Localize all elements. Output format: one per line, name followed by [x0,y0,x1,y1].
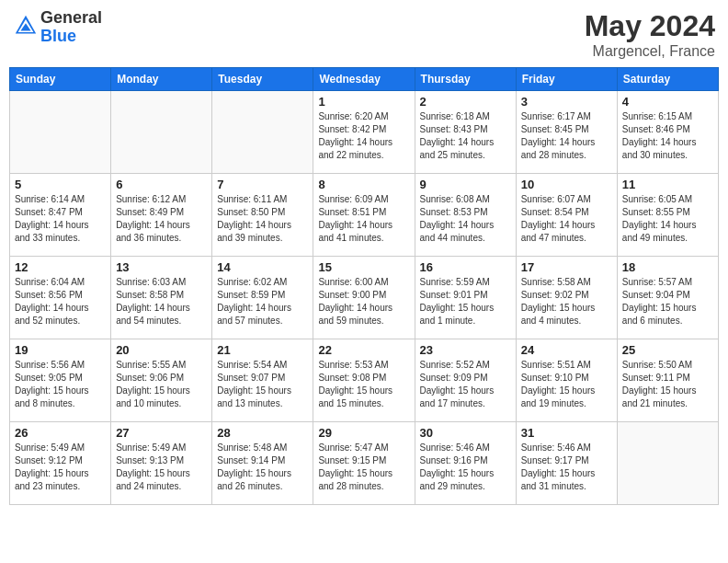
day-info: Sunrise: 5:57 AM Sunset: 9:04 PM Dayligh… [622,276,713,327]
calendar-cell: 23Sunrise: 5:52 AM Sunset: 9:09 PM Dayli… [415,339,516,422]
calendar-cell [10,91,111,174]
column-header-friday: Friday [516,68,617,91]
calendar-cell [617,422,718,505]
day-number: 16 [420,260,511,274]
day-number: 20 [116,343,207,357]
calendar-week-row: 19Sunrise: 5:56 AM Sunset: 9:05 PM Dayli… [10,339,719,422]
day-info: Sunrise: 6:07 AM Sunset: 8:54 PM Dayligh… [521,193,612,245]
calendar-cell: 13Sunrise: 6:03 AM Sunset: 8:58 PM Dayli… [111,257,212,339]
day-info: Sunrise: 6:15 AM Sunset: 8:46 PM Dayligh… [622,110,713,162]
calendar-cell: 9Sunrise: 6:08 AM Sunset: 8:53 PM Daylig… [415,174,516,257]
day-number: 2 [420,95,511,109]
day-number: 14 [217,260,308,274]
calendar-cell: 25Sunrise: 5:50 AM Sunset: 9:11 PM Dayli… [617,339,718,422]
title-block: May 2024 Margencel, France [585,9,715,60]
day-info: Sunrise: 6:04 AM Sunset: 8:56 PM Dayligh… [15,276,106,327]
day-number: 24 [521,343,612,357]
logo-text: General Blue [40,9,102,46]
day-info: Sunrise: 6:08 AM Sunset: 8:53 PM Dayligh… [420,193,511,245]
logo-blue-text: Blue [40,28,102,46]
calendar-cell: 15Sunrise: 6:00 AM Sunset: 9:00 PM Dayli… [313,257,415,339]
calendar-cell: 18Sunrise: 5:57 AM Sunset: 9:04 PM Dayli… [617,257,718,339]
calendar-cell: 31Sunrise: 5:46 AM Sunset: 9:17 PM Dayli… [516,422,617,505]
logo-general-text: General [40,9,102,28]
day-number: 18 [622,260,713,274]
day-number: 15 [318,260,409,274]
day-info: Sunrise: 5:50 AM Sunset: 9:11 PM Dayligh… [622,359,713,410]
day-number: 3 [521,95,612,109]
column-header-wednesday: Wednesday [313,68,415,91]
calendar-cell: 14Sunrise: 6:02 AM Sunset: 8:59 PM Dayli… [212,257,313,339]
column-header-thursday: Thursday [415,68,516,91]
day-number: 5 [15,178,106,191]
day-info: Sunrise: 6:02 AM Sunset: 8:59 PM Dayligh… [217,276,308,327]
day-info: Sunrise: 5:59 AM Sunset: 9:01 PM Dayligh… [420,276,511,327]
logo-icon [13,13,39,39]
calendar-cell: 7Sunrise: 6:11 AM Sunset: 8:50 PM Daylig… [212,174,313,257]
day-info: Sunrise: 6:14 AM Sunset: 8:47 PM Dayligh… [15,193,106,245]
calendar-cell: 6Sunrise: 6:12 AM Sunset: 8:49 PM Daylig… [111,174,212,257]
location-text: Margencel, France [585,43,715,60]
day-number: 23 [420,343,511,357]
day-info: Sunrise: 6:18 AM Sunset: 8:43 PM Dayligh… [420,110,511,162]
day-info: Sunrise: 5:51 AM Sunset: 9:10 PM Dayligh… [521,359,612,410]
day-number: 25 [622,343,713,357]
day-info: Sunrise: 6:20 AM Sunset: 8:42 PM Dayligh… [318,110,409,162]
day-number: 30 [420,426,511,440]
calendar-cell: 28Sunrise: 5:48 AM Sunset: 9:14 PM Dayli… [212,422,313,505]
day-info: Sunrise: 5:53 AM Sunset: 9:08 PM Dayligh… [318,359,409,410]
calendar-table: SundayMondayTuesdayWednesdayThursdayFrid… [9,67,719,505]
day-info: Sunrise: 6:12 AM Sunset: 8:49 PM Dayligh… [116,193,207,245]
calendar-week-row: 12Sunrise: 6:04 AM Sunset: 8:56 PM Dayli… [10,257,719,339]
day-number: 19 [15,343,106,357]
calendar-cell: 8Sunrise: 6:09 AM Sunset: 8:51 PM Daylig… [313,174,415,257]
day-info: Sunrise: 5:58 AM Sunset: 9:02 PM Dayligh… [521,276,612,327]
calendar-cell: 17Sunrise: 5:58 AM Sunset: 9:02 PM Dayli… [516,257,617,339]
day-info: Sunrise: 5:48 AM Sunset: 9:14 PM Dayligh… [217,442,308,493]
day-info: Sunrise: 6:05 AM Sunset: 8:55 PM Dayligh… [622,193,713,245]
column-header-monday: Monday [111,68,212,91]
day-info: Sunrise: 5:47 AM Sunset: 9:15 PM Dayligh… [318,442,409,493]
calendar-week-row: 26Sunrise: 5:49 AM Sunset: 9:12 PM Dayli… [10,422,719,505]
day-number: 8 [318,178,409,191]
day-info: Sunrise: 5:49 AM Sunset: 9:13 PM Dayligh… [116,442,207,493]
day-number: 26 [15,426,106,440]
calendar-cell: 3Sunrise: 6:17 AM Sunset: 8:45 PM Daylig… [516,91,617,174]
column-header-saturday: Saturday [617,68,718,91]
calendar-cell: 19Sunrise: 5:56 AM Sunset: 9:05 PM Dayli… [10,339,111,422]
day-info: Sunrise: 6:00 AM Sunset: 9:00 PM Dayligh… [318,276,409,327]
day-number: 17 [521,260,612,274]
day-number: 21 [217,343,308,357]
day-info: Sunrise: 5:49 AM Sunset: 9:12 PM Dayligh… [15,442,106,493]
calendar-header-row: SundayMondayTuesdayWednesdayThursdayFrid… [10,68,719,91]
calendar-cell: 5Sunrise: 6:14 AM Sunset: 8:47 PM Daylig… [10,174,111,257]
calendar-cell: 30Sunrise: 5:46 AM Sunset: 9:16 PM Dayli… [415,422,516,505]
page-header: General Blue May 2024 Margencel, France [9,9,719,60]
calendar-cell: 27Sunrise: 5:49 AM Sunset: 9:13 PM Dayli… [111,422,212,505]
day-number: 13 [116,260,207,274]
calendar-cell [212,91,313,174]
day-number: 10 [521,178,612,191]
column-header-tuesday: Tuesday [212,68,313,91]
day-info: Sunrise: 5:56 AM Sunset: 9:05 PM Dayligh… [15,359,106,410]
calendar-cell: 11Sunrise: 6:05 AM Sunset: 8:55 PM Dayli… [617,174,718,257]
calendar-cell: 29Sunrise: 5:47 AM Sunset: 9:15 PM Dayli… [313,422,415,505]
day-number: 29 [318,426,409,440]
day-number: 1 [318,95,409,109]
month-title: May 2024 [585,9,715,43]
day-number: 4 [622,95,713,109]
calendar-cell: 24Sunrise: 5:51 AM Sunset: 9:10 PM Dayli… [516,339,617,422]
calendar-cell: 1Sunrise: 6:20 AM Sunset: 8:42 PM Daylig… [313,91,415,174]
day-info: Sunrise: 5:46 AM Sunset: 9:17 PM Dayligh… [521,442,612,493]
day-number: 12 [15,260,106,274]
day-number: 11 [622,178,713,191]
day-info: Sunrise: 6:09 AM Sunset: 8:51 PM Dayligh… [318,193,409,245]
calendar-cell: 10Sunrise: 6:07 AM Sunset: 8:54 PM Dayli… [516,174,617,257]
column-header-sunday: Sunday [10,68,111,91]
calendar-cell: 4Sunrise: 6:15 AM Sunset: 8:46 PM Daylig… [617,91,718,174]
calendar-cell: 16Sunrise: 5:59 AM Sunset: 9:01 PM Dayli… [415,257,516,339]
calendar-cell: 22Sunrise: 5:53 AM Sunset: 9:08 PM Dayli… [313,339,415,422]
day-number: 22 [318,343,409,357]
day-number: 31 [521,426,612,440]
day-number: 7 [217,178,308,191]
